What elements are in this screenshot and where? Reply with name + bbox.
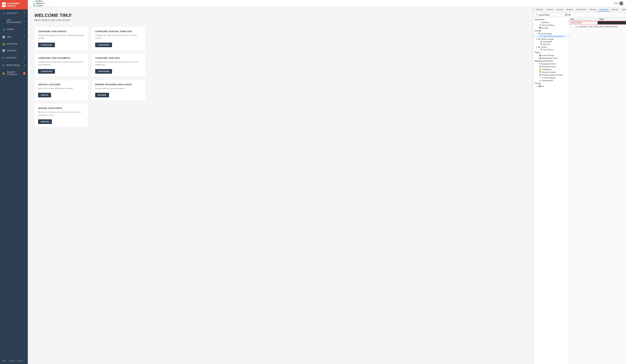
devtools-tab-elements[interactable]: Elements — [534, 8, 545, 11]
user-name: TIMJ — [614, 2, 618, 4]
tree-item-service-workers[interactable]: ⚙ Service Workers — [533, 24, 569, 27]
tree-item-session-storage[interactable]: ▶ ▶ Session Storage — [533, 37, 569, 40]
tree-item-label: Reporting API — [542, 80, 553, 81]
tree-item-notifications[interactable]: 🔔 Notifications — [533, 68, 569, 71]
sidebar-item-recent-changes[interactable]: 🔔 RECENT CHANGES 5 — [0, 69, 28, 78]
line-number: 1 — [571, 26, 574, 28]
card-btn-browse-videos[interactable]: BROWSE — [95, 93, 109, 97]
tree-item-label: Storage — [542, 27, 548, 29]
tree-item-label: top — [542, 85, 544, 87]
tree-item-top[interactable]: ▶ 🔲 top — [533, 85, 569, 88]
tree-section-bg: Background Services — [533, 60, 569, 62]
devtools-refresh-icon[interactable]: 🔄 — [565, 14, 567, 16]
footer-privacy[interactable]: Privacy — [17, 360, 23, 362]
card-title-configure-service: CONFIGURE YOUR SERVICE — [38, 30, 85, 33]
tree-item-manifest[interactable]: 📄 Manifest — [533, 21, 569, 24]
tree-item-payment-handler[interactable]: 💳 Payment Handler — [533, 71, 569, 73]
tree-icon: ⬇ — [539, 63, 541, 65]
sidebar-item-users[interactable]: 👥 USERS + — [0, 26, 28, 33]
card-btn-configure-mail[interactable]: CONFIGURE — [95, 43, 112, 47]
devtools-tab-network[interactable]: Network — [565, 8, 575, 11]
user-avatar: 👤 — [619, 1, 623, 5]
sidebar-add-monitoring[interactable]: + — [24, 64, 26, 67]
devtools-tab-application[interactable]: Application — [598, 8, 610, 11]
devtools-table-row[interactable]: sessionToken ███████████████████████████… — [569, 21, 626, 25]
devtools-tab-console[interactable]: Console — [545, 8, 555, 11]
sidebar-add-account[interactable]: + — [24, 11, 26, 15]
tree-icon: ▶ — [539, 46, 540, 48]
devtools-tree: Application 📄 Manifest ⚙ Service Workers… — [533, 17, 569, 364]
tree-item-https://tools.emp.ebsd.eric[interactable]: 🗄 https://tools.emp.ebsd.eric — [533, 35, 569, 37]
cards-grid: CONFIGURE YOUR SERVICE Configure languag… — [34, 27, 146, 127]
sidebar-add-users[interactable]: + — [24, 28, 26, 31]
tree-item-back/forward-cache[interactable]: 📦 Back/forward cache — [533, 57, 569, 60]
sidebar-item-account[interactable]: 👤 ACCOUNT + — [0, 9, 28, 17]
devtools-delete-icon[interactable]: 🗑 — [568, 14, 571, 16]
devtools-tab-memory[interactable]: Memory — [588, 8, 598, 11]
devtools-search-input[interactable] — [539, 14, 562, 16]
card-title-create-live: CREATE A LIVE EVENT — [38, 83, 85, 86]
tree-item-trust-tokens[interactable]: 🗄 Trust Tokens — [533, 48, 569, 51]
topnav-tab-redbee[interactable]: ● RedBee — [30, 0, 48, 2]
sidebar-item-settings[interactable]: ⚙ SETTINGS + — [0, 54, 28, 62]
devtools-tab-performance[interactable]: Performance — [575, 8, 588, 11]
tree-item-indexeddb[interactable]: 🗄 IndexedDB — [533, 40, 569, 43]
tree-item-web-sql[interactable]: 🗄 Web SQL — [533, 43, 569, 46]
card-btn-create-live[interactable]: CREATE — [38, 93, 51, 97]
footer-contact[interactable]: Contact — [9, 360, 15, 362]
tree-item-label: IndexedDB — [543, 41, 551, 43]
tree-item-label: Web SQL — [543, 43, 551, 45]
sidebar-label-monitoring: MONITORING — [6, 64, 20, 66]
topnav-tab-label-redbeelive: RedBeeTV — [36, 2, 45, 4]
app-name: CUSTOMER PORTAL — [7, 2, 26, 7]
topnav-tab-icon-redbeelive: ▶ — [33, 2, 35, 4]
tree-icon: 📦 — [539, 57, 541, 59]
sidebar-item-insights[interactable]: 📊 INSIGHTS — [0, 47, 28, 54]
tree-item-label: Push Messaging — [542, 77, 555, 79]
sidebar-item-monetize[interactable]: 💰 MONETIZE — [0, 41, 28, 47]
tree-item-local-storage[interactable]: ▼ ▶ Local Storage — [533, 32, 569, 35]
tree-item-cookies[interactable]: ▶ ▶ Cookies — [533, 46, 569, 48]
card-btn-manage-assets[interactable]: MANAGE — [38, 119, 52, 124]
sidebar-icon-users: 👥 — [2, 28, 5, 31]
tree-item-periodic-background-sync[interactable]: 🔄 Periodic Background Sync — [533, 73, 569, 76]
tree-item-background-fetch[interactable]: ⬇ Background Fetch — [533, 62, 569, 65]
tree-icon: 💳 — [539, 71, 541, 73]
card-btn-configure-documents[interactable]: CONFIGURE — [38, 69, 55, 74]
tree-icon: 🗄 — [540, 43, 542, 45]
sidebar-logo[interactable]: RB CUSTOMER PORTAL — [0, 0, 28, 9]
col-value: Value — [597, 17, 626, 21]
tree-item-push-messaging[interactable]: 📨 Push Messaging — [533, 76, 569, 79]
sidebar-item-monitoring[interactable]: 👁 MONITORING + — [0, 62, 28, 69]
sidebar-add-settings[interactable]: + — [24, 56, 26, 60]
tree-item-storage[interactable]: 💾 Storage — [533, 27, 569, 29]
topnav-user[interactable]: TIMJ 👤 — [614, 1, 623, 5]
tree-icon: 🗄 — [540, 49, 542, 51]
tree-icon: 💾 — [539, 27, 541, 29]
sidebar-add-cms[interactable]: + — [24, 35, 26, 38]
devtools-tab-security[interactable]: Security — [610, 8, 620, 11]
topnav-tab-english[interactable]: 🌐 English — [30, 4, 48, 7]
tree-item-cache-storage[interactable]: 📦 Cache Storage — [533, 54, 569, 57]
sidebar-add-app-management[interactable]: + — [24, 20, 26, 23]
devtools-toolbar: 🔍 🔄 🗑 — [533, 12, 626, 17]
devtools-tab-lighthouse[interactable]: Lighthouse — [620, 8, 626, 11]
tree-expand-icon: ▶ — [536, 85, 538, 87]
sidebar-item-app-management[interactable]: 📱 APP MANAGEMENT + — [0, 17, 28, 26]
footer-help[interactable]: Help — [2, 360, 6, 362]
tree-item-background-sync[interactable]: 🔄 Background Sync — [533, 65, 569, 68]
sidebar-icon-monitoring: 👁 — [2, 64, 5, 67]
card-btn-configure-apps[interactable]: CONFIGURE — [95, 69, 112, 74]
tree-icon: ▶ — [539, 33, 540, 35]
card-title-configure-mail: CONFIGURE YOUR MAIL TEMPLATES — [95, 30, 142, 33]
card-btn-configure-service[interactable]: CONFIGURE — [38, 43, 55, 47]
tree-item-reporting-api[interactable]: 📊 Reporting API — [533, 79, 569, 82]
topnav-tab-redbeelive[interactable]: ▶ RedBeeTV — [30, 2, 48, 4]
card-desc-configure-service: Configure languages and end user signup … — [38, 34, 85, 40]
sidebar-icon-account: 👤 — [2, 12, 5, 15]
page-body: WELCOME TIMJ! WHAT WOULD YOU LIKE TO DO?… — [28, 7, 626, 364]
sidebar-item-cms[interactable]: 📄 CMS + — [0, 33, 28, 41]
devtools-tab-sources[interactable]: Sources — [555, 8, 564, 11]
tree-item-label: Cookies — [541, 46, 547, 48]
sidebar-item-left: 📱 APP MANAGEMENT — [2, 19, 24, 24]
